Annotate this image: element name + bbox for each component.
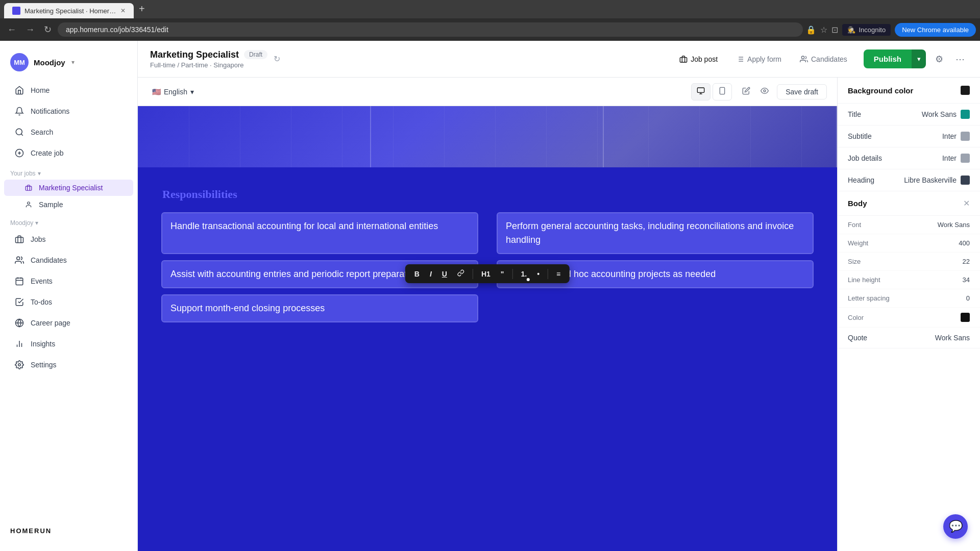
sidebar-item-search-label: Search	[31, 128, 53, 136]
new-chrome-btn[interactable]: New Chrome available	[895, 23, 976, 37]
right-panel-inner: Background color Title Work Sans Subtitl	[838, 78, 980, 348]
font-prop-label: Font	[848, 221, 861, 229]
bullet-list-btn[interactable]: •	[533, 268, 544, 280]
sidebar-item-home[interactable]: Home	[4, 80, 133, 101]
address-bar[interactable]	[58, 22, 803, 37]
job-title-text: Marketing Specialist	[150, 49, 239, 60]
sidebar-item-career-page-label: Career page	[31, 319, 70, 327]
new-tab-btn[interactable]: +	[135, 1, 149, 17]
back-btn[interactable]: ←	[4, 22, 19, 37]
bell-icon	[14, 106, 24, 116]
chat-icon: 💬	[949, 520, 963, 533]
sidebar-logo: HOMERUN	[0, 519, 137, 543]
body-section-label: Body	[848, 199, 867, 208]
job-details-color-swatch[interactable]	[961, 154, 970, 163]
topbar: Marketing Specialist Draft Full-time / P…	[138, 41, 980, 78]
topbar-actions: Publish ▾ ⚙ ⋯	[864, 49, 968, 68]
format-separator-2	[512, 269, 512, 279]
subtitle-color-swatch[interactable]	[961, 132, 970, 141]
topbar-nav-job-post[interactable]: Job post	[671, 51, 726, 67]
sidebar-item-search[interactable]: Search	[4, 122, 133, 142]
sidebar-item-candidates-label: Candidates	[31, 256, 67, 264]
sidebar: MM Moodjoy ▾ Home Notifications	[0, 41, 138, 551]
active-tab[interactable]: Marketing Specialist · Homerun ✕	[4, 3, 134, 18]
topbar-left: Marketing Specialist Draft Full-time / P…	[150, 49, 663, 69]
heading-color-swatch[interactable]	[961, 176, 970, 185]
sidebar-item-jobs[interactable]: Jobs	[4, 229, 133, 249]
your-jobs-label: Your jobs	[10, 170, 36, 177]
forward-btn[interactable]: →	[22, 22, 38, 37]
underline-btn[interactable]: U	[438, 268, 451, 280]
split-view-icon[interactable]: ⊡	[831, 25, 838, 35]
link-btn[interactable]	[453, 267, 469, 280]
sidebar-item-settings[interactable]: Settings	[4, 355, 133, 375]
company-name: Moodjoy	[34, 58, 65, 67]
publish-button[interactable]: Publish	[864, 49, 912, 68]
bold-btn[interactable]: B	[410, 268, 424, 280]
bullet-item-0[interactable]: Handle transactional accounting for loca…	[162, 213, 477, 253]
bullet-item-4[interactable]: Support month-end closing processes	[162, 295, 477, 321]
chevron-down-icon[interactable]: ▾	[71, 59, 75, 66]
svg-rect-7	[16, 237, 23, 243]
mobile-view-btn[interactable]	[713, 83, 732, 101]
sidebar-item-create-job[interactable]: Create job	[4, 143, 133, 163]
title-font-name: Work Sans	[922, 110, 957, 118]
bullet-item-1[interactable]: Perform general accounting tasks, includ…	[498, 213, 813, 253]
sidebar-item-career-page[interactable]: Career page	[4, 313, 133, 333]
edit-pencil-btn[interactable]	[740, 85, 752, 99]
job-post-nav-icon	[679, 55, 688, 63]
subtitle-label: Subtitle	[848, 132, 872, 140]
preview-eye-btn[interactable]	[758, 85, 771, 99]
topbar-nav-apply-form[interactable]: Apply form	[728, 51, 790, 67]
body-header: Body ✕	[838, 191, 980, 216]
subtitle-value: Inter	[942, 132, 970, 141]
cursor-indicator	[527, 278, 530, 281]
weight-prop-value: 400	[959, 239, 970, 247]
topbar-nav-candidates[interactable]: Candidates	[792, 51, 855, 67]
h1-btn[interactable]: H1	[477, 268, 495, 280]
ordered-list-btn[interactable]: 1.	[517, 268, 531, 280]
extensions-icon[interactable]: 🔒	[806, 25, 816, 35]
browser-toolbar: ← → ↻ 🔒 ☆ ⊡ 🕵 Incognito New Chrome avail…	[0, 18, 980, 41]
sidebar-item-sample[interactable]: Sample	[4, 196, 133, 213]
body-section-close-btn[interactable]: ✕	[963, 198, 970, 208]
sidebar-item-marketing-specialist[interactable]: Marketing Specialist	[4, 180, 133, 196]
align-btn[interactable]: ≡	[552, 268, 565, 280]
todos-icon	[14, 297, 24, 307]
reload-btn[interactable]: ↻	[41, 22, 55, 37]
tab-close-btn[interactable]: ✕	[120, 7, 126, 14]
chat-bubble-btn[interactable]: 💬	[943, 514, 968, 539]
svg-point-32	[764, 90, 766, 92]
quote-btn[interactable]: "	[497, 268, 508, 280]
refresh-icon[interactable]: ↻	[274, 54, 280, 64]
moodjoy-section-label: Moodjoy	[10, 219, 33, 227]
ordered-list-label: 1.	[521, 270, 527, 278]
sidebar-item-create-job-label: Create job	[31, 149, 64, 157]
incognito-label: Incognito	[859, 26, 886, 34]
bookmark-icon[interactable]: ☆	[820, 25, 827, 35]
sidebar-item-notifications[interactable]: Notifications	[4, 101, 133, 121]
color-prop-swatch[interactable]	[961, 313, 970, 322]
topbar-settings-btn[interactable]: ⚙	[932, 51, 946, 68]
language-selector[interactable]: 🇺🇸 English ▾	[148, 86, 198, 98]
publish-dropdown-arrow[interactable]: ▾	[912, 49, 926, 68]
draft-badge: Draft	[244, 50, 267, 59]
topbar-more-btn[interactable]: ⋯	[952, 51, 968, 68]
weight-row: Weight 400	[838, 234, 980, 253]
title-color-swatch[interactable]	[961, 110, 970, 119]
sidebar-item-events[interactable]: Events	[4, 271, 133, 291]
bg-color-swatch[interactable]	[961, 86, 970, 95]
divider-3	[604, 106, 837, 167]
home-icon	[14, 85, 24, 95]
desktop-view-btn[interactable]	[691, 83, 710, 101]
sidebar-item-insights[interactable]: Insights	[4, 334, 133, 354]
job-details-font-name: Inter	[942, 154, 957, 162]
sidebar-item-candidates[interactable]: Candidates	[4, 250, 133, 270]
save-draft-btn[interactable]: Save draft	[777, 84, 827, 99]
sidebar-item-settings-label: Settings	[31, 361, 57, 369]
sidebar-item-events-label: Events	[31, 277, 53, 285]
italic-btn[interactable]: I	[426, 268, 436, 280]
sidebar-item-todos[interactable]: To-dos	[4, 292, 133, 312]
divider-2	[371, 106, 604, 167]
topbar-nav-apply-form-label: Apply form	[747, 55, 781, 63]
